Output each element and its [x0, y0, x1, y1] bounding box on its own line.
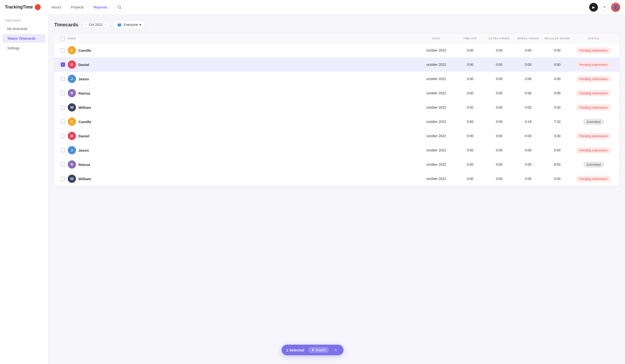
- col-regular-hours: REGULAR HOURS: [543, 36, 572, 41]
- status-badge: Pending submission: [576, 62, 611, 68]
- regular-hours-cell: 7:33: [543, 120, 572, 123]
- status-badge: Pending submission: [576, 76, 611, 82]
- table-row[interactable]: R Raissa october 2022 0:00 0:00 0:00 0:0…: [54, 86, 619, 100]
- table-row[interactable]: C Camille october 2022 0:00 0:00 0:18 7:…: [54, 115, 619, 129]
- sidebar: TIMECARDS My timecards Teams Timecards S…: [0, 15, 48, 364]
- break-hours-cell: 0:18: [514, 120, 543, 123]
- time-off-cell: 0:00: [456, 177, 485, 181]
- user-avatar-1: C: [68, 46, 76, 54]
- date-cell: october 2022: [417, 48, 456, 52]
- table-row[interactable]: J Jason october 2022 0:00 0:00 0:00 0:00…: [54, 72, 619, 86]
- next-month-arrow[interactable]: ›: [104, 23, 107, 27]
- status-badge: Pending submission: [576, 104, 611, 111]
- table-row[interactable]: C Camille october 2022 0:00 0:00 0:00 0:…: [54, 43, 619, 58]
- extra-hours-cell: 0:00: [485, 105, 514, 109]
- row-checkbox[interactable]: [61, 120, 65, 124]
- break-hours-cell: 0:00: [514, 177, 543, 181]
- status-cell: Pending submission: [572, 133, 615, 139]
- nav-hours[interactable]: Hours: [50, 4, 63, 10]
- regular-hours-cell: 0:00: [543, 148, 572, 152]
- status-cell: Pending submission: [572, 90, 615, 96]
- status-badge: Submitted: [583, 162, 604, 168]
- export-button[interactable]: ⬆ Export: [308, 347, 329, 353]
- status-cell: Submitted: [572, 119, 615, 125]
- topnav: TrackingTime 🔴 Hours Projects Reports ▶ …: [0, 0, 625, 15]
- extra-hours-cell: 0:00: [485, 177, 514, 181]
- status-cell: Pending submission: [572, 104, 615, 111]
- selected-count: 1 Selected: [286, 348, 304, 352]
- add-button[interactable]: +: [601, 4, 608, 11]
- user-avatar-8: J: [68, 146, 76, 154]
- extra-hours-cell: 0:00: [485, 134, 514, 138]
- date-cell: october 2022: [417, 177, 456, 181]
- user-avatar-10: W: [68, 175, 76, 183]
- user-cell: C Camille: [68, 46, 417, 54]
- nav-projects[interactable]: Projects: [69, 4, 86, 10]
- status-cell: Pending submission: [572, 76, 615, 82]
- chevron-down-icon: ▾: [139, 23, 141, 27]
- user-name: Camille: [78, 120, 91, 124]
- sidebar-item-settings[interactable]: Settings: [2, 44, 46, 53]
- break-hours-cell: 0:00: [514, 105, 543, 109]
- user-cell: R Raissa: [68, 89, 417, 97]
- user-name: Camille: [78, 48, 91, 53]
- time-off-cell: 0:00: [456, 162, 485, 166]
- user-name: Daniel: [78, 134, 89, 138]
- search-button[interactable]: [115, 3, 124, 12]
- page-title: Timecards: [54, 22, 78, 28]
- row-checkbox[interactable]: [61, 91, 65, 95]
- month-navigator[interactable]: ‹ Oct 2022 ›: [82, 22, 109, 28]
- user-name: Daniel: [78, 63, 89, 67]
- timecards-header: Timecards ‹ Oct 2022 › 👥 Everyone ▾: [54, 20, 619, 29]
- row-checkbox[interactable]: [61, 148, 65, 152]
- table-row[interactable]: ✓ D Daniel october 2022 0:00 0:00 0:00 0…: [54, 58, 619, 72]
- table-row[interactable]: R Raissa october 2022 0:00 0:00 0:00 9:0…: [54, 157, 619, 172]
- nav-right-actions: ▶ + 👤: [589, 3, 620, 12]
- table-row[interactable]: W William october 2022 0:00 0:00 0:00 0:…: [54, 172, 619, 186]
- everyone-icon: 👥: [117, 22, 122, 27]
- row-checkbox[interactable]: ✓: [61, 62, 65, 67]
- break-hours-cell: 0:00: [514, 91, 543, 95]
- time-off-cell: 0:00: [456, 148, 485, 152]
- regular-hours-cell: 9:00: [543, 162, 572, 166]
- current-month: Oct 2022: [89, 23, 103, 27]
- table-row[interactable]: W William october 2022 0:00 0:00 0:00 0:…: [54, 100, 619, 115]
- logo-text: TrackingTime: [5, 5, 33, 10]
- row-checkbox[interactable]: [61, 77, 65, 81]
- user-avatar[interactable]: 👤: [611, 3, 620, 12]
- date-cell: october 2022: [417, 162, 456, 166]
- everyone-filter[interactable]: 👥 Everyone ▾: [113, 20, 145, 29]
- regular-hours-cell: 0:00: [543, 63, 572, 66]
- time-off-cell: 0:00: [456, 63, 485, 66]
- sidebar-item-teams-timecards[interactable]: Teams Timecards: [2, 34, 46, 43]
- table-row[interactable]: J Jason october 2022 0:00 0:00 0:00 0:00…: [54, 143, 619, 157]
- col-user: USER: [68, 36, 417, 41]
- play-timer-button[interactable]: ▶: [589, 3, 598, 12]
- sidebar-item-my-timecards[interactable]: My timecards: [2, 25, 46, 33]
- sidebar-section-timecards: TIMECARDS: [0, 19, 48, 24]
- select-all-checkbox[interactable]: [61, 36, 65, 41]
- date-cell: october 2022: [417, 148, 456, 152]
- nav-reports[interactable]: Reports: [92, 4, 109, 10]
- row-checkbox[interactable]: [61, 177, 65, 181]
- prev-month-arrow[interactable]: ‹: [85, 23, 88, 27]
- break-hours-cell: 0:00: [514, 77, 543, 81]
- extra-hours-cell: 0:00: [485, 63, 514, 66]
- close-selection-button[interactable]: ×: [333, 347, 339, 353]
- logo-icon: 🔴: [34, 4, 41, 10]
- status-cell: Submitted: [572, 162, 615, 168]
- row-checkbox[interactable]: [61, 48, 65, 53]
- col-time-off: TIME OFF: [456, 36, 485, 41]
- status-cell: Pending submission: [572, 176, 615, 182]
- row-checkbox[interactable]: [61, 162, 65, 167]
- col-date: DATE: [417, 36, 456, 41]
- row-checkbox[interactable]: [61, 134, 65, 138]
- table-row[interactable]: D Daniel october 2022 0:00 0:00 0:00 0:0…: [54, 129, 619, 143]
- col-break-hours: BREAK HOURS: [514, 36, 543, 41]
- row-checkbox[interactable]: [61, 105, 65, 110]
- user-cell: W William: [68, 175, 417, 183]
- filter-label: Everyone: [124, 23, 138, 27]
- break-hours-cell: 0:00: [514, 162, 543, 166]
- svg-line-1: [120, 8, 121, 9]
- user-name: Raissa: [78, 91, 90, 95]
